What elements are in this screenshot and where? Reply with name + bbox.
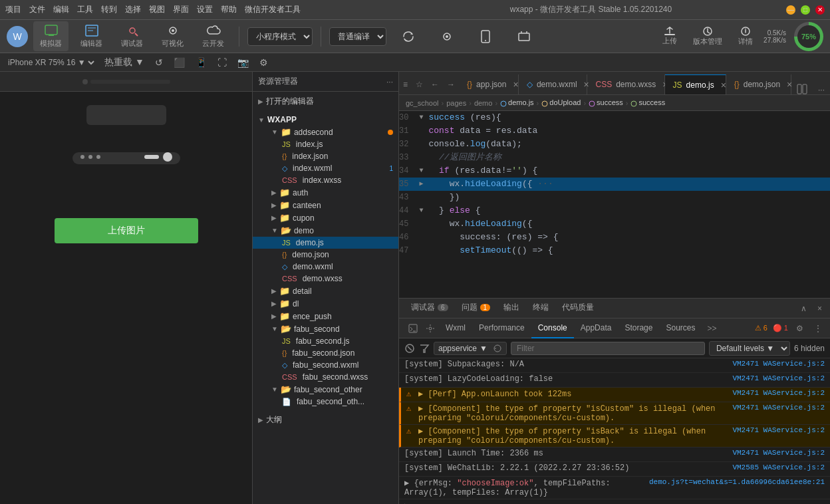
file-demo-wxml[interactable]: ◇ demo.wxml	[253, 261, 398, 273]
context-selector[interactable]: appservice ▼	[434, 342, 507, 355]
fold-arrow-30[interactable]: ▼	[419, 111, 428, 124]
settings-btn[interactable]: ⚙	[257, 57, 271, 68]
menu-item-settings[interactable]: 设置	[197, 4, 213, 15]
breadcrumb-demo-js[interactable]: demo.js	[500, 98, 534, 106]
devtools-up-icon[interactable]: ∧	[798, 303, 809, 315]
devtools-tab-debugger[interactable]: 调试器 6	[404, 299, 455, 318]
editor-toggle-button[interactable]: 编辑器	[74, 21, 109, 51]
app-json-close-icon[interactable]: ×	[513, 79, 518, 90]
console-source-1[interactable]: VM2471 WAService.js:2	[732, 360, 825, 368]
breadcrumb-doUpload[interactable]: doUpload	[541, 98, 581, 106]
tab-demo-wxss[interactable]: CSS demo.wxss ×	[587, 74, 664, 94]
file-demo-json[interactable]: {} demo.json	[253, 249, 398, 261]
breadcrumb-demo[interactable]: demo	[474, 99, 493, 107]
console-devtools-icon[interactable]	[404, 318, 422, 338]
opened-editors-header[interactable]: ▶ 打开的编辑器	[253, 94, 398, 108]
console-source-7[interactable]: VM2585 WAService.js:2	[732, 463, 825, 471]
demo-js-close-icon[interactable]: ×	[721, 80, 726, 90]
clear-cache-button[interactable]	[507, 27, 541, 46]
folder-auth[interactable]: ▶ 📁 auth	[253, 186, 398, 199]
tab-forward-button[interactable]: →	[443, 74, 459, 94]
maximize-button[interactable]: □	[801, 5, 810, 15]
folder-demo[interactable]: ▼ 📂 demo	[253, 224, 398, 237]
window-controls[interactable]: — □ ✕	[786, 5, 825, 15]
devtools-tab-terminal[interactable]: 终端	[526, 299, 555, 318]
menu-bar[interactable]: 项目 文件 编辑 工具 转到 选择 视图 界面 设置 帮助 微信开发者工具	[5, 4, 396, 15]
folder-detail[interactable]: ▶ 📁 detail	[253, 285, 398, 297]
compile-select[interactable]: 普通编译	[329, 27, 386, 46]
device-select[interactable]: iPhone XR 75% 16 ▼	[5, 57, 96, 68]
preview-button[interactable]	[430, 27, 464, 46]
folder-addsecond[interactable]: ▼ 📁 addsecond	[253, 126, 398, 138]
menu-item-help[interactable]: 帮助	[221, 4, 237, 15]
phone-frame-button[interactable]: 📱	[193, 57, 209, 68]
menu-item-view[interactable]: 视图	[149, 4, 165, 15]
menu-item-interface[interactable]: 界面	[173, 4, 189, 15]
rotate-button[interactable]: ↺	[152, 57, 166, 68]
fullscreen-button[interactable]: ⛶	[215, 57, 229, 68]
filter-icon[interactable]	[419, 343, 430, 354]
menu-item-tools[interactable]: 工具	[77, 4, 93, 15]
detail-button[interactable]: 详情	[733, 25, 758, 48]
subtab-storage[interactable]: Storage	[618, 318, 659, 338]
folder-dl[interactable]: ▶ 📁 dl	[253, 297, 398, 310]
menu-item-project[interactable]: 项目	[5, 4, 21, 15]
fold-arrow-44[interactable]: ▼	[419, 204, 428, 217]
file-demo-js[interactable]: JS demo.js	[253, 237, 398, 249]
tab-demo-json[interactable]: {} demo.json ×	[726, 74, 791, 94]
clear-console-icon[interactable]	[404, 343, 415, 354]
file-demo-wxss[interactable]: CSS demo.wxss	[253, 273, 398, 285]
folder-ence-push[interactable]: ▶ 📁 ence_push	[253, 310, 398, 322]
outline-header[interactable]: ▶ 大纲	[253, 413, 398, 427]
folder-cupon[interactable]: ▶ 📁 cupon	[253, 211, 398, 224]
breadcrumb-success-2[interactable]: success	[630, 98, 665, 106]
tabs-split-button[interactable]	[791, 84, 813, 94]
menu-item-wxdevtools[interactable]: 微信开发者工具	[245, 4, 301, 15]
fold-arrow-35[interactable]: ▶	[419, 178, 428, 191]
file-fabu-second-js[interactable]: JS fabu_second.js	[253, 335, 398, 347]
menu-item-select[interactable]: 选择	[125, 4, 141, 15]
breadcrumb-gcschool[interactable]: gc_school	[406, 99, 439, 107]
subtab-sources[interactable]: Sources	[659, 318, 702, 338]
filter-input[interactable]	[511, 342, 705, 355]
menu-item-goto[interactable]: 转到	[101, 4, 117, 15]
console-source-5[interactable]: VM2471 WAService.js:2	[732, 426, 825, 434]
levels-select[interactable]: Default levels ▼	[709, 341, 790, 356]
debugger-toggle-button[interactable]: 调试器	[114, 21, 150, 51]
devtools-tab-output[interactable]: 输出	[497, 299, 526, 318]
console-source-4[interactable]: VM2471 WAService.js:2	[732, 404, 825, 412]
tab-bookmark-button[interactable]: ☆	[412, 74, 427, 94]
compile-button[interactable]	[392, 27, 425, 46]
menu-item-edit[interactable]: 编辑	[53, 4, 69, 15]
wxapp-header[interactable]: ▼ WXAPP	[253, 114, 398, 126]
tab-menu-button[interactable]: ≡	[399, 74, 412, 94]
visual-toggle-button[interactable]: 可视化	[155, 21, 190, 51]
upload-image-button[interactable]: 上传图片	[55, 218, 198, 243]
mode-select[interactable]: 小程序模式	[247, 27, 313, 46]
screenshot-button[interactable]: 📷	[235, 57, 251, 68]
file-index-js[interactable]: JS index.js	[253, 138, 398, 150]
file-fabu-second-json[interactable]: {} fabu_second.json	[253, 347, 398, 359]
subtab-wxml[interactable]: Wxml	[439, 318, 472, 338]
console-settings-icon[interactable]	[422, 318, 439, 338]
console-source-2[interactable]: VM2471 WAService.js:2	[732, 374, 825, 382]
hotreload-button[interactable]: 热重载 ▼	[102, 57, 147, 68]
breadcrumb-pages[interactable]: pages	[446, 99, 466, 107]
file-index-wxss[interactable]: CSS index.wxss	[253, 174, 398, 186]
version-button[interactable]: 版本管理	[688, 25, 728, 48]
subtab-appdata[interactable]: AppData	[574, 318, 619, 338]
console-source-3[interactable]: VM2471 WAService.js:2	[732, 389, 825, 397]
devtools-settings-icon[interactable]: ⚙	[793, 322, 806, 334]
devtools-close-icon[interactable]: ×	[815, 303, 825, 315]
explorer-more-icon[interactable]: ···	[386, 77, 393, 86]
stop-button[interactable]: ⬛	[171, 57, 188, 68]
breadcrumb-success-1[interactable]: success	[589, 98, 623, 106]
tab-back-button[interactable]: ←	[427, 74, 443, 94]
close-button[interactable]: ✕	[815, 5, 825, 15]
tabs-more-button[interactable]: ···	[813, 85, 830, 94]
minimize-button[interactable]: —	[786, 5, 795, 15]
folder-fabu-second-other[interactable]: ▼ 📂 fabu_second_other	[253, 383, 398, 396]
tab-demo-wxml[interactable]: ◇ demo.wxml ×	[519, 74, 588, 94]
file-fabu-second-wxml[interactable]: ◇ fabu_second.wxml	[253, 359, 398, 371]
devtools-tab-codequality[interactable]: 代码质量	[555, 299, 601, 318]
